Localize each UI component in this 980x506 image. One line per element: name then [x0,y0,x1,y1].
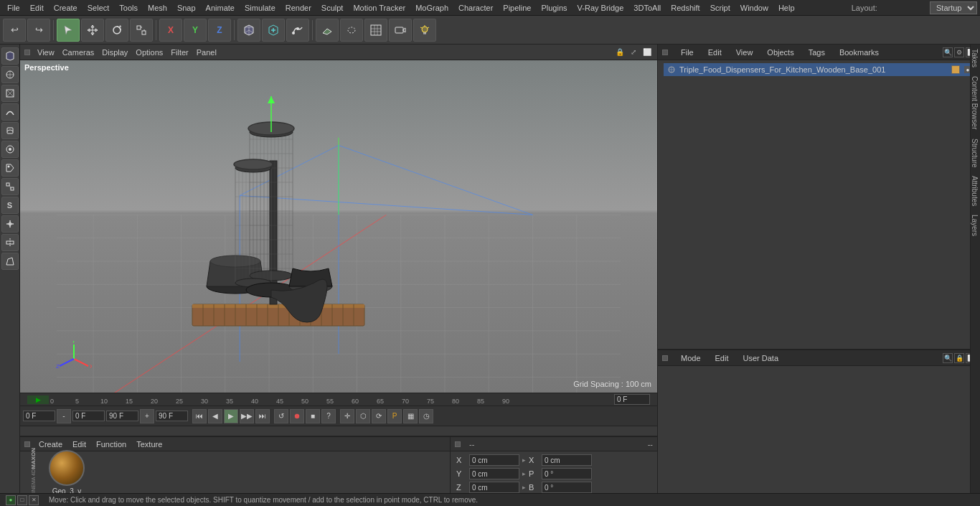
obj-edit-menu[interactable]: Edit [704,47,726,58]
stop-button[interactable]: ■ [306,409,320,423]
viewport-options-menu[interactable]: Options [132,47,166,58]
side-tab-structure[interactable]: Structure [971,134,980,172]
menu-pipeline[interactable]: Pipeline [499,2,535,14]
plane-button[interactable] [316,19,339,42]
snap-tool-button[interactable] [1,215,19,233]
menu-character[interactable]: Character [454,2,497,14]
camera-button[interactable] [389,19,412,42]
lasso-button[interactable] [340,19,363,42]
end-frame-field[interactable] [106,411,138,421]
menu-3dtoall[interactable]: 3DToAll [629,2,665,14]
menu-snap[interactable]: Snap [173,2,200,14]
next-frame-button[interactable]: ▶▶ [240,409,254,423]
prev-frame-button[interactable]: ◀ [208,409,222,423]
z-size-field[interactable] [542,482,592,493]
menu-select[interactable]: Select [83,2,114,14]
obj-view-menu[interactable]: View [732,47,758,58]
menu-animate[interactable]: Animate [202,2,239,14]
attr-mode-menu[interactable]: Mode [677,352,705,364]
power-key-button[interactable]: P [387,409,402,423]
material-item[interactable]: Geo_3_v [49,450,85,494]
select-model-button[interactable] [57,19,80,42]
menu-edit[interactable]: Edit [26,2,48,14]
viewport-filter-menu[interactable]: Filter [167,47,192,58]
mat-texture-menu[interactable]: Texture [132,439,166,450]
rotate-button[interactable] [105,19,128,42]
go-start-button[interactable]: ⏮ [192,409,207,423]
help-button[interactable]: ? [321,409,336,423]
obj-search-icon[interactable]: 🔍 [943,47,953,57]
scale-button[interactable] [130,19,153,42]
mat-function-menu[interactable]: Function [92,439,131,450]
record-button[interactable]: ⏺ [290,409,304,423]
viewport-view-menu[interactable]: View [34,47,58,58]
auto-key-button[interactable]: ⟳ [372,409,386,423]
menu-plugins[interactable]: Plugins [537,2,571,14]
menu-create[interactable]: Create [50,2,82,14]
viewport-panel-menu[interactable]: Panel [193,47,220,58]
move-key-button[interactable]: ✛ [340,409,354,423]
layout-selector[interactable]: Startup [930,1,977,14]
grid-button[interactable] [364,19,387,42]
plus-button[interactable]: + [140,409,154,423]
timeline-ruler-track[interactable]: 0 5 10 15 20 25 30 35 40 45 50 55 [50,393,614,406]
menu-mograph[interactable]: MoGraph [411,2,453,14]
menu-help[interactable]: Help [774,2,799,14]
sculpt-btn[interactable]: S [1,197,19,214]
menu-tools[interactable]: Tools [115,2,142,14]
menu-window[interactable]: Window [736,2,773,14]
object-tree-item[interactable]: Triple_Food_Dispensers_For_Kitchen_Woode… [664,63,974,76]
minus-button[interactable]: - [57,409,71,423]
obj-bookmarks-menu[interactable]: Bookmarks [835,47,883,58]
menu-mesh[interactable]: Mesh [143,2,171,14]
x-axis-button[interactable]: X [159,19,182,42]
light-button[interactable] [413,19,436,42]
side-tab-attributes[interactable]: Attributes [971,172,980,210]
menu-redshift[interactable]: Redshift [666,2,704,14]
menu-vray[interactable]: V-Ray Bridge [573,2,628,14]
current-frame-field[interactable] [614,394,650,405]
start-frame-field[interactable] [72,411,105,421]
attr-userdata-menu[interactable]: User Data [739,352,783,364]
deformer-button[interactable] [1,122,19,139]
align-button[interactable] [1,234,19,251]
loop-button[interactable]: ↺ [274,409,288,423]
attr-lock-icon[interactable]: 🔒 [954,353,964,363]
redo-button[interactable]: ↪ [27,19,50,42]
viewport-canvas[interactable]: Perspective X Y Z Grid Spacing [20,60,657,393]
scale-key-button[interactable]: ⬡ [356,409,370,423]
vertex-button[interactable] [1,178,19,195]
keys-button[interactable]: ▦ [403,409,418,423]
z-position-field[interactable] [469,482,519,493]
viewport-display-menu[interactable]: Display [98,47,131,58]
add-object-button[interactable] [262,19,285,42]
nurbs-button[interactable] [1,103,19,121]
y-axis-button[interactable]: Y [184,19,207,42]
z-axis-button[interactable]: Z [208,19,231,42]
spline-button[interactable] [286,19,309,42]
x-size-field[interactable] [542,454,592,466]
cube-button[interactable] [237,19,260,42]
move-button[interactable] [81,19,104,42]
mode-icon-1[interactable]: ● [6,495,16,505]
mode-icon-3[interactable]: ✕ [29,495,39,505]
viewport-cameras-menu[interactable]: Cameras [59,47,98,58]
tag-button[interactable] [1,159,19,177]
mode-icon-2[interactable]: □ [17,495,27,505]
viewport-maximize-icon[interactable]: ⬜ [641,47,653,58]
menu-motion-tracker[interactable]: Motion Tracker [349,2,410,14]
viewport-arrows-icon[interactable]: ⤢ [628,47,639,58]
texture-mode-button[interactable] [1,66,19,83]
preview-end-field[interactable] [156,411,188,421]
menu-file[interactable]: File [3,2,24,14]
viewport-lock-icon[interactable]: 🔒 [614,47,626,58]
y-size-field[interactable] [542,468,592,479]
menu-sculpt[interactable]: Sculpt [317,2,348,14]
menu-render[interactable]: Render [281,2,316,14]
menu-script[interactable]: Script [706,2,735,14]
obj-settings-icon[interactable]: ⚙ [954,47,964,57]
y-position-field[interactable] [469,468,519,479]
side-tab-layers[interactable]: Layers [971,210,980,240]
timeline-ruler[interactable]: ▶ 0 5 10 15 20 25 30 35 40 [20,393,657,406]
obj-tags-menu[interactable]: Tags [804,47,829,58]
